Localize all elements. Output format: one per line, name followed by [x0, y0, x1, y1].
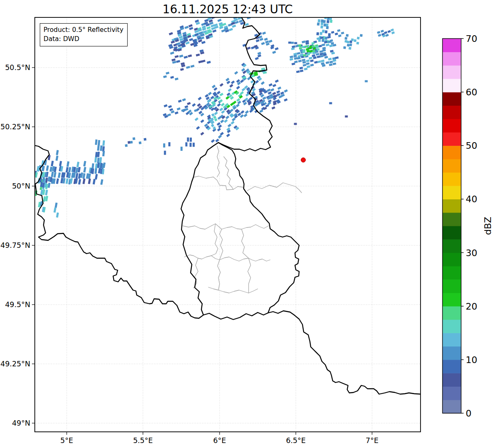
radar-echo-bin	[328, 58, 332, 61]
radar-echo-bin	[196, 53, 200, 56]
radar-echo-bin	[32, 189, 35, 195]
radar-echo-bin	[195, 117, 198, 121]
radar-echo-bin	[130, 141, 133, 144]
radar-echo-bin	[271, 106, 275, 109]
radar-echo-bin	[53, 208, 56, 213]
radar-echo-bin	[304, 68, 307, 70]
radar-echo-bin	[337, 29, 341, 32]
radar-echo-bin	[204, 19, 208, 22]
colorbar-tick-label: 40	[466, 194, 477, 204]
colorbar-segment	[442, 373, 461, 387]
district-border	[247, 183, 302, 193]
radar-echo-bin	[318, 45, 322, 48]
radar-echo-bin	[51, 172, 54, 177]
radar-echo-bin	[275, 47, 278, 50]
radar-echo-bin	[234, 71, 238, 75]
district-border	[220, 229, 223, 260]
radar-echo-bin	[384, 31, 387, 34]
radar-echo-bin	[56, 155, 58, 161]
radar-echo-bin	[186, 66, 190, 69]
radar-echo-bin	[190, 138, 192, 142]
colorbar-segment	[442, 266, 461, 280]
radar-echo-bin	[302, 41, 305, 44]
radar-echo-bin	[212, 85, 215, 88]
radar-echo-bin	[307, 65, 310, 68]
colorbar-segment	[442, 132, 461, 146]
district-border	[211, 224, 218, 256]
radar-echo-bin	[262, 97, 266, 100]
radar-echo-bin	[333, 44, 336, 47]
radar-echo-bin	[391, 29, 394, 31]
radar-echo-bin	[245, 110, 249, 114]
radar-echo-bin	[261, 81, 264, 85]
radar-echo-bin	[330, 20, 333, 23]
colorbar-tick-label: 20	[466, 301, 477, 312]
radar-echo-bin	[95, 174, 98, 180]
radar-echo-bin	[310, 64, 314, 67]
colorbar-segment	[442, 159, 461, 173]
radar-echo-bin	[220, 93, 223, 96]
colorbar-segment	[442, 39, 461, 52]
radar-echo-bin	[236, 104, 239, 107]
radar-echo-bin	[328, 33, 331, 36]
radar-echo-bin	[189, 24, 193, 27]
colorbar-segment	[442, 145, 461, 159]
x-tick-label: 6.5°E	[286, 436, 306, 445]
district-border	[224, 157, 233, 189]
radar-echo-bin	[255, 57, 259, 60]
radar-echo-bin	[377, 31, 380, 34]
colorbar-segment	[442, 105, 461, 119]
radar-echo-bin	[56, 150, 59, 155]
radar-echo-bin	[226, 133, 230, 137]
radar-echo-bin	[222, 23, 226, 26]
radar-echo-bin	[314, 61, 318, 64]
radar-echo-bin	[92, 163, 94, 169]
radar-echo-bin	[240, 110, 244, 114]
radar-echo-bin	[333, 63, 336, 65]
radar-echo-bin	[175, 77, 179, 80]
radar-echo-bin	[319, 50, 323, 53]
radar-echo-bin	[329, 63, 333, 66]
radar-echo-bin	[242, 88, 245, 92]
colorbar-segment	[442, 92, 461, 106]
radar-echo-bin	[59, 161, 62, 166]
radar-echo-bin	[211, 124, 214, 127]
radar-echo-bin	[185, 142, 187, 146]
radar-echo-bin	[144, 138, 147, 141]
country-border	[181, 143, 299, 320]
radar-echo-bin	[231, 121, 234, 125]
district-border	[183, 224, 268, 229]
radar-echo-bin	[365, 80, 368, 82]
radar-echo-bin	[50, 167, 53, 172]
colorbar-segment	[442, 65, 461, 79]
radar-echo-bin	[221, 110, 225, 114]
radar-echo-bin	[309, 57, 312, 60]
radar-echo-bin	[271, 88, 274, 92]
radar-echo-bin	[306, 60, 309, 63]
radar-echo-bin	[357, 36, 360, 39]
radar-echo-bin	[329, 102, 332, 104]
radar-echo-bin	[219, 108, 223, 111]
radar-echo-bin	[317, 56, 320, 58]
colorbar-tick-label: 0	[466, 408, 471, 419]
radar-echo-bin	[257, 54, 261, 57]
radar-echo-bin	[322, 39, 324, 42]
radar-echo-bin	[184, 108, 188, 111]
colorbar-segment	[442, 52, 461, 65]
radar-echo-bin	[345, 37, 348, 40]
radar-echo-bin	[94, 157, 97, 162]
radar-echo-bin	[291, 47, 295, 50]
radar-echo-bin	[229, 28, 233, 31]
radar-echo-bin	[228, 88, 232, 92]
map-title: 16.11.2025 12:43 UTC	[35, 2, 421, 16]
radar-echo-bin	[261, 42, 265, 45]
country-border	[268, 311, 421, 394]
colorbar-segment	[442, 279, 461, 293]
radar-echo-bin	[217, 103, 221, 107]
radar-echo-bin	[83, 167, 86, 173]
radar-echo-bin	[164, 151, 166, 155]
radar-dashboard: 16.11.2025 12:43 UTC Product: 0.5° Refle…	[0, 0, 498, 448]
radar-echo-bin	[213, 87, 217, 91]
radar-echo-bin	[236, 86, 240, 90]
country-border	[35, 145, 203, 318]
